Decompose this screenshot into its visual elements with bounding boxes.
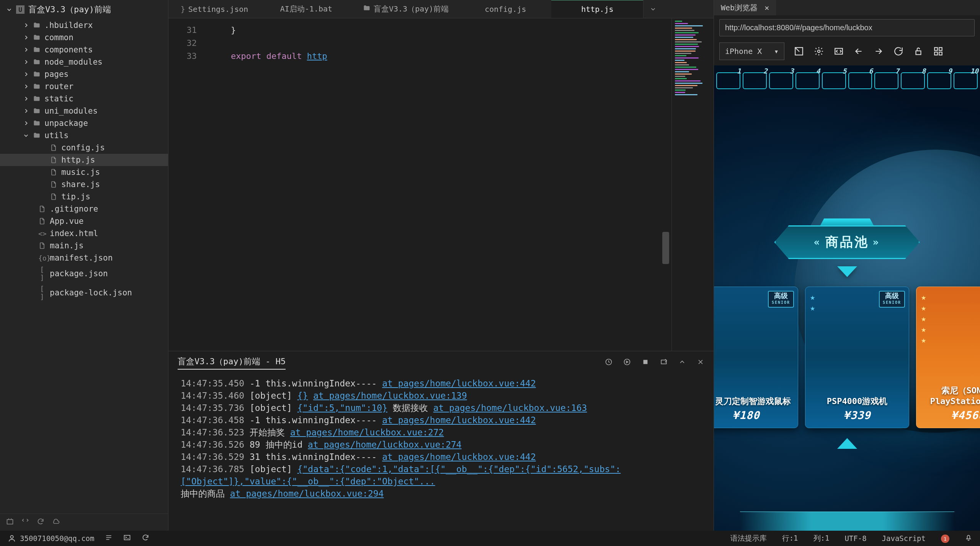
- folder-item[interactable]: uni_modules: [0, 105, 168, 117]
- bell-icon[interactable]: [965, 534, 972, 543]
- tab-label: Settings.json: [188, 5, 248, 14]
- product-card[interactable]: 高级SENIOR★★PSP4000游戏机¥339: [805, 287, 909, 428]
- console-tab-title[interactable]: 盲盒V3.3（pay)前端 - H5: [178, 356, 286, 370]
- file-item[interactable]: {o}manifest.json: [0, 252, 168, 264]
- forward-icon[interactable]: [873, 46, 884, 57]
- browser-tab[interactable]: Web浏览器 ✕: [714, 0, 776, 15]
- tree-label: common: [44, 33, 74, 42]
- stop-icon[interactable]: [642, 358, 649, 368]
- tree-label: package-lock.json: [50, 288, 132, 297]
- chevron-right-icon: [23, 108, 29, 114]
- svg-rect-0: [7, 520, 13, 524]
- console-output[interactable]: 14:47:35.450 -1 this.winningIndex---- at…: [168, 374, 714, 531]
- cloud-icon[interactable]: [52, 518, 60, 527]
- file-item[interactable]: http.js: [0, 154, 168, 166]
- ruler-strip: 12345678910: [714, 72, 980, 98]
- new-file-icon[interactable]: [6, 518, 14, 527]
- status-language[interactable]: JavaScript: [882, 534, 926, 543]
- folder-item[interactable]: .hbuilderx: [0, 19, 168, 31]
- svg-rect-14: [124, 535, 130, 540]
- outline-icon[interactable]: [105, 534, 113, 543]
- devtools-icon[interactable]: [833, 46, 844, 57]
- product-cards[interactable]: 高级SENIOR竞 灵刀定制智游戏鼠标¥180高级SENIOR★★PSP4000…: [714, 287, 980, 428]
- file-item[interactable]: [ ]package-lock.json: [0, 283, 168, 302]
- close-icon[interactable]: ✕: [764, 3, 769, 12]
- editor-tab[interactable]: AI启动-1.bat: [260, 0, 352, 18]
- file-item[interactable]: tip.js: [0, 191, 168, 203]
- ruler-slot: 7: [874, 72, 898, 89]
- tree-label: package.json: [50, 269, 108, 278]
- refresh-icon[interactable]: [37, 518, 44, 527]
- tree-label: config.js: [61, 143, 105, 152]
- svg-point-6: [818, 50, 820, 53]
- product-card[interactable]: 传LEG★★★★★索尼（SONY）PlayStation PS5¥4568: [916, 287, 980, 428]
- star-icon: ★: [921, 303, 926, 313]
- folder-item[interactable]: components: [0, 44, 168, 56]
- chevron-right-icon: [23, 83, 29, 90]
- project-root[interactable]: U 盲盒V3.3（pay)前端: [0, 0, 168, 19]
- sync-icon[interactable]: [142, 534, 149, 543]
- editor-tab[interactable]: 盲盒V3.3（pay)前端: [352, 0, 459, 18]
- file-item[interactable]: App.vue: [0, 215, 168, 227]
- tree-label: node_modules: [44, 57, 103, 67]
- collapse-console-icon[interactable]: [678, 358, 686, 368]
- vertical-scrollbar[interactable]: [662, 232, 669, 264]
- editor-tabs: } Settings.jsonAI启动-1.bat盲盒V3.3（pay)前端co…: [168, 0, 714, 18]
- tree-label: App.vue: [50, 217, 84, 226]
- status-user[interactable]: 3500710050@qq.com: [8, 534, 94, 543]
- device-select[interactable]: iPhone X ▾: [719, 42, 784, 60]
- grid-icon[interactable]: [933, 46, 944, 57]
- status-hints[interactable]: 语法提示库: [730, 533, 767, 543]
- file-item[interactable]: share.js: [0, 178, 168, 191]
- file-item[interactable]: config.js: [0, 142, 168, 154]
- folder-item[interactable]: router: [0, 80, 168, 93]
- pool-banner: « 商品池 »: [774, 225, 920, 259]
- status-col[interactable]: 列:1: [813, 533, 830, 543]
- console-actions: [605, 358, 704, 368]
- close-console-icon[interactable]: [697, 358, 704, 368]
- status-notifications[interactable]: 1: [941, 534, 949, 543]
- tree-label: unpackage: [44, 119, 88, 128]
- folder-item[interactable]: pages: [0, 68, 168, 80]
- clock-icon[interactable]: [605, 358, 612, 368]
- folder-item[interactable]: utils: [0, 129, 168, 142]
- reload-icon[interactable]: [893, 46, 904, 57]
- export-icon[interactable]: [660, 358, 668, 368]
- collapse-icon[interactable]: [21, 518, 29, 527]
- mobile-preview[interactable]: 12345678910 « 商品池 » 高级SENIOR竞 灵刀定制智游戏鼠标¥…: [714, 65, 980, 531]
- editor-tab[interactable]: http.js: [551, 0, 643, 18]
- back-icon[interactable]: [853, 46, 864, 57]
- tab-overflow[interactable]: [643, 0, 662, 18]
- url-input[interactable]: [719, 19, 975, 36]
- star-icon: ★: [810, 292, 815, 302]
- chevron-down-icon: ▾: [774, 47, 779, 56]
- file-item[interactable]: main.js: [0, 240, 168, 252]
- status-encoding[interactable]: UTF-8: [844, 534, 866, 543]
- file-item[interactable]: music.js: [0, 166, 168, 178]
- product-card[interactable]: 高级SENIOR竞 灵刀定制智游戏鼠标¥180: [714, 287, 798, 428]
- file-item[interactable]: [ ]package.json: [0, 264, 168, 283]
- lock-icon[interactable]: [913, 46, 924, 57]
- footer-cta[interactable]: [740, 512, 954, 531]
- editor-tab[interactable]: } Settings.json: [168, 0, 260, 18]
- folder-item[interactable]: common: [0, 31, 168, 44]
- folder-item[interactable]: node_modules: [0, 56, 168, 68]
- chevron-right-icon: [23, 71, 29, 77]
- file-item[interactable]: <>index.html: [0, 227, 168, 240]
- code-area[interactable]: } export default http: [203, 18, 671, 351]
- folder-item[interactable]: static: [0, 93, 168, 105]
- folder-item[interactable]: unpackage: [0, 117, 168, 129]
- project-icon: U: [16, 5, 24, 14]
- gear-icon[interactable]: [813, 46, 824, 57]
- terminal-icon[interactable]: [123, 534, 131, 543]
- editor-tab[interactable]: config.js: [459, 0, 551, 18]
- inspect-icon[interactable]: [794, 46, 804, 57]
- ruler-slot: 1: [716, 72, 740, 89]
- status-line[interactable]: 行:1: [782, 533, 798, 543]
- tree-label: share.js: [61, 180, 100, 189]
- minimap[interactable]: [671, 18, 714, 351]
- file-item[interactable]: .gitignore: [0, 203, 168, 215]
- chevron-right-icon: [23, 59, 29, 65]
- restart-icon[interactable]: [623, 358, 631, 368]
- browser-preview-panel: Web浏览器 ✕ iPhone X ▾: [714, 0, 980, 531]
